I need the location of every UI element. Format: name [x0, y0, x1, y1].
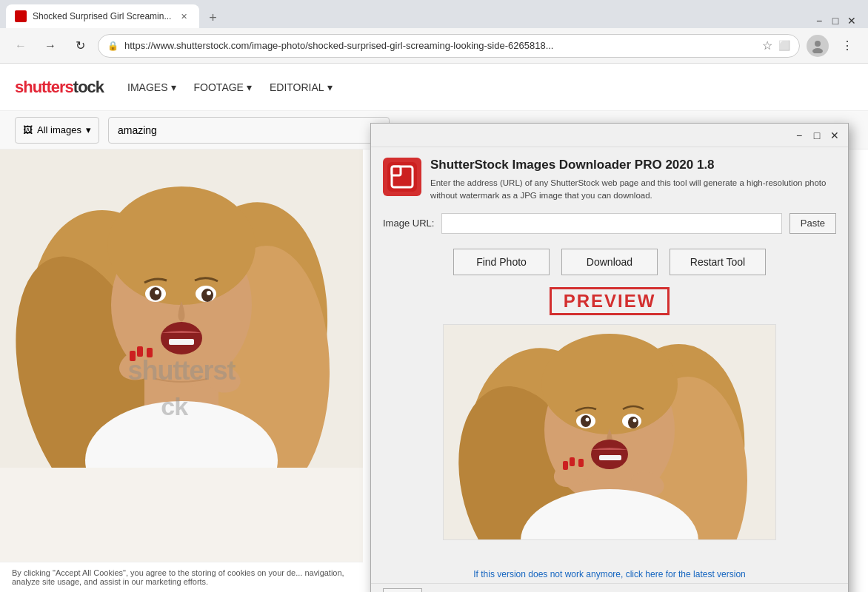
active-tab[interactable]: Shocked Surprised Girl Screamin... ✕	[6, 4, 199, 28]
browser-window: Shocked Surprised Girl Screamin... ✕ + −…	[0, 0, 868, 592]
logo-s: s	[65, 78, 73, 96]
svg-point-42	[591, 440, 628, 469]
menu-button[interactable]: ⋮	[835, 34, 859, 58]
nav-footage[interactable]: FOOTAGE ▾	[194, 81, 252, 93]
svg-rect-46	[563, 461, 568, 470]
preview-section: PREVIEW	[371, 287, 848, 565]
dialog-maximize-button[interactable]: □	[809, 128, 824, 143]
dialog-titlebar: − □ ✕	[371, 124, 848, 147]
preview-image-area	[443, 324, 776, 540]
forward-button[interactable]: →	[39, 34, 62, 58]
address-bar[interactable]: 🔒 https://www.shutterstock.com/image-pho…	[98, 34, 800, 58]
filter-chevron: ▾	[86, 124, 91, 135]
url-input[interactable]	[441, 213, 781, 234]
filter-icon: 🖼	[23, 124, 33, 135]
window-close-button[interactable]: ✕	[844, 13, 859, 28]
url-label: Image URL:	[383, 218, 434, 229]
tab-bar: Shocked Surprised Girl Screamin... ✕ + −…	[0, 0, 868, 28]
chevron-down-icon: ▾	[171, 81, 176, 93]
svg-point-15	[207, 291, 211, 295]
page-content: shutterstock IMAGES ▾ FOOTAGE ▾ EDITORIA…	[0, 64, 868, 592]
svg-point-1	[812, 48, 823, 53]
dialog-minimize-button[interactable]: −	[792, 128, 807, 143]
svg-point-9	[107, 186, 256, 305]
tab-favicon	[15, 10, 27, 22]
tab-close-button[interactable]: ✕	[177, 10, 190, 23]
update-link-area: If this version does not work anymore, c…	[371, 564, 848, 583]
svg-rect-17	[169, 339, 194, 345]
chevron-down-icon3: ▾	[327, 81, 333, 93]
app-description: Enter the address (URL) of any ShutterSt…	[430, 177, 836, 203]
restart-tool-button[interactable]: Restart Tool	[670, 249, 766, 275]
svg-point-40	[628, 417, 638, 428]
app-title-area: ShutterStock Images Downloader PRO 2020 …	[430, 158, 836, 203]
action-buttons-row: Find Photo Download Restart Tool	[371, 246, 848, 287]
cookie-bar: By clicking "Accept All Cookies", you ag…	[0, 562, 363, 592]
svg-rect-21	[137, 346, 143, 357]
refresh-button[interactable]: ↻	[68, 34, 92, 58]
image-filter-dropdown[interactable]: 🖼 All images ▾	[15, 117, 99, 144]
app-title: ShutterStock Images Downloader PRO 2020 …	[430, 158, 836, 172]
svg-point-35	[541, 334, 678, 434]
ss-header: shutterstock IMAGES ▾ FOOTAGE ▾ EDITORIA…	[0, 64, 868, 111]
svg-point-0	[815, 41, 821, 47]
dialog-header: ShutterStock Images Downloader PRO 2020 …	[371, 147, 848, 210]
svg-point-12	[155, 290, 159, 295]
logo-tock: tock	[73, 78, 104, 96]
url-text: https://www.shutterstock.com/image-photo…	[124, 40, 756, 51]
svg-rect-48	[578, 459, 584, 467]
profile-avatar	[807, 35, 829, 57]
preview-label: PREVIEW	[550, 287, 670, 315]
chevron-down-icon2: ▾	[247, 81, 252, 93]
dialog-close-button[interactable]: ✕	[827, 128, 842, 143]
search-input[interactable]: amazing	[108, 117, 390, 144]
cast-icon[interactable]: ⬜	[778, 40, 790, 51]
svg-point-16	[161, 322, 202, 354]
ss-image-container: shutterst ck By clicking "Accept All Coo…	[0, 149, 363, 592]
ss-nav: IMAGES ▾ FOOTAGE ▾ EDITORIAL ▾	[127, 81, 333, 93]
url-row: Image URL: Paste	[371, 210, 848, 246]
svg-rect-43	[599, 455, 621, 460]
svg-rect-47	[570, 457, 575, 466]
lock-icon: 🔒	[107, 41, 118, 51]
find-photo-button[interactable]: Find Photo	[453, 249, 550, 275]
update-link[interactable]: If this version does not work anymore, c…	[473, 569, 746, 579]
nav-images[interactable]: IMAGES ▾	[127, 81, 176, 93]
svg-point-38	[586, 417, 590, 421]
app-icon	[383, 158, 421, 196]
dialog-footer: OK ©2017 SoftWarez.us	[371, 583, 848, 592]
svg-rect-26	[392, 166, 401, 175]
paste-button[interactable]: Paste	[789, 213, 836, 234]
app-dialog: − □ ✕ ShutterStock Images Downloader PRO…	[370, 123, 849, 592]
tab-title: Shocked Surprised Girl Screamin...	[33, 11, 171, 21]
bookmark-icon[interactable]: ☆	[762, 38, 772, 53]
ok-button[interactable]: OK	[383, 588, 422, 592]
svg-point-14	[201, 289, 213, 302]
ss-logo: shutterstock	[15, 78, 104, 97]
woman-background-image	[0, 149, 363, 468]
browser-toolbar: ← → ↻ 🔒 https://www.shutterstock.com/ima…	[0, 28, 868, 64]
maximize-button[interactable]: □	[828, 13, 843, 28]
nav-editorial[interactable]: EDITORIAL ▾	[270, 81, 333, 93]
minimize-button[interactable]: −	[812, 13, 827, 28]
svg-rect-22	[147, 348, 153, 357]
back-button[interactable]: ←	[9, 34, 33, 58]
logo-shutter: shutter	[15, 78, 65, 96]
svg-point-37	[581, 415, 591, 427]
new-tab-button[interactable]: +	[202, 7, 223, 28]
download-button[interactable]: Download	[561, 249, 658, 275]
profile-button[interactable]	[806, 34, 829, 58]
svg-point-41	[633, 418, 637, 422]
svg-rect-20	[130, 351, 136, 361]
